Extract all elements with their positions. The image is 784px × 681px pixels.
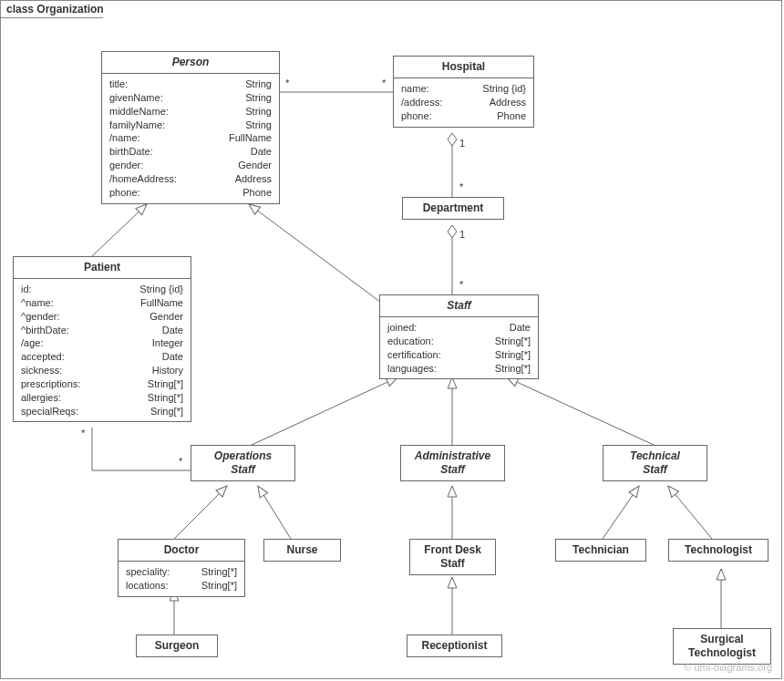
attribute-row: middleName:String	[109, 105, 272, 119]
class-front-desk-staff: Front Desk Staff	[409, 539, 496, 575]
attribute-row: birthDate:Date	[109, 145, 272, 159]
attribute-row: accepted:Date	[21, 350, 183, 364]
class-doctor-attrs: speciality:String[*]locations:String[*]	[119, 562, 244, 596]
mult-dept-staff-star: *	[459, 279, 463, 290]
attribute-row: ^gender:Gender	[21, 310, 183, 324]
mult-patient-ops-right: *	[179, 456, 182, 467]
svg-line-3	[92, 204, 147, 256]
class-person-name: Person	[102, 52, 279, 74]
class-surgeon-name: Surgeon	[137, 635, 217, 656]
class-patient: Patient id:String {id}^name:FullName^gen…	[13, 256, 191, 422]
svg-line-7	[507, 377, 654, 445]
mult-hospital-dept-one: 1	[459, 138, 465, 149]
class-receptionist-name: Receptionist	[407, 635, 501, 656]
attribute-row: sickness:History	[21, 364, 183, 377]
class-patient-attrs: id:String {id}^name:FullName^gender:Gend…	[14, 279, 191, 421]
class-staff-attrs: joined:Dateeducation:String[*]certificat…	[380, 317, 538, 378]
svg-line-12	[668, 486, 712, 539]
class-technician-name: Technician	[556, 540, 645, 561]
class-doctor-name: Doctor	[119, 540, 244, 562]
watermark: © uml-diagrams.org	[684, 662, 772, 673]
class-front-desk-staff-name: Front Desk Staff	[410, 540, 495, 574]
class-administrative-staff: Administrative Staff	[400, 445, 505, 481]
attribute-row: speciality:String[*]	[126, 565, 237, 579]
attribute-row: ^name:FullName	[21, 296, 183, 310]
class-surgeon: Surgeon	[136, 635, 218, 657]
class-doctor: Doctor speciality:String[*]locations:Str…	[118, 539, 245, 597]
mult-patient-ops-left: *	[81, 428, 85, 439]
attribute-row: name:String {id}	[401, 82, 526, 96]
attribute-row: education:String[*]	[387, 335, 531, 348]
attribute-row: familyName:String	[109, 119, 272, 132]
class-technical-staff-name: Technical Staff	[603, 446, 707, 480]
class-patient-name: Patient	[14, 257, 191, 279]
attribute-row: specialReqs:Sring[*]	[21, 405, 183, 418]
attribute-row: /address:Address	[401, 96, 526, 109]
class-technician: Technician	[555, 539, 646, 562]
attribute-row: locations:String[*]	[126, 579, 237, 593]
svg-line-9	[258, 486, 291, 539]
attribute-row: allergies:String[*]	[21, 391, 183, 405]
attribute-row: /age:Integer	[21, 336, 183, 350]
class-department: Department	[402, 197, 504, 220]
attribute-row: /name:FullName	[109, 131, 272, 145]
class-administrative-staff-name: Administrative Staff	[401, 446, 504, 480]
svg-line-4	[249, 204, 380, 302]
attribute-row: languages:String[*]	[387, 362, 531, 376]
class-person: Person title:StringgivenName:Stringmiddl…	[101, 51, 280, 204]
attribute-row: givenName:String	[109, 91, 272, 105]
class-technical-staff: Technical Staff	[603, 445, 707, 481]
class-operations-staff-name: Operations Staff	[191, 446, 294, 480]
class-hospital-name: Hospital	[394, 57, 533, 78]
mult-hospital-dept-star: *	[459, 181, 463, 192]
class-operations-staff: Operations Staff	[191, 445, 295, 481]
class-nurse: Nurse	[263, 539, 341, 562]
class-surgical-technologist: Surgical Technologist	[673, 628, 771, 665]
class-technologist: Technologist	[668, 539, 769, 562]
attribute-row: joined:Date	[387, 321, 531, 335]
package-frame: class Organization	[0, 0, 782, 679]
attribute-row: id:String {id}	[21, 283, 183, 296]
svg-line-11	[603, 486, 639, 539]
class-staff: Staff joined:Dateeducation:String[*]cert…	[379, 294, 539, 379]
class-hospital-attrs: name:String {id}/address:Addressphone:Ph…	[394, 78, 533, 127]
class-person-attrs: title:StringgivenName:StringmiddleName:S…	[102, 74, 279, 203]
class-surgical-technologist-name: Surgical Technologist	[674, 629, 770, 664]
attribute-row: ^birthDate:Date	[21, 324, 183, 337]
class-technologist-name: Technologist	[669, 540, 768, 561]
class-staff-name: Staff	[380, 295, 538, 317]
mult-person-hospital-left: *	[285, 77, 289, 88]
mult-person-hospital-right: *	[382, 77, 386, 88]
svg-line-8	[174, 486, 227, 539]
attribute-row: /homeAddress:Address	[109, 172, 272, 186]
class-receptionist: Receptionist	[407, 635, 502, 657]
svg-line-5	[252, 377, 397, 445]
attribute-row: certification:String[*]	[387, 348, 531, 362]
attribute-row: phone:Phone	[401, 109, 526, 123]
mult-dept-staff-one: 1	[459, 229, 465, 240]
class-hospital: Hospital name:String {id}/address:Addres…	[393, 56, 534, 128]
class-department-name: Department	[403, 198, 503, 219]
class-nurse-name: Nurse	[264, 540, 340, 561]
attribute-row: gender:Gender	[109, 159, 272, 172]
frame-title: class Organization	[0, 0, 114, 18]
attribute-row: title:String	[109, 77, 272, 91]
attribute-row: phone:Phone	[109, 186, 272, 200]
attribute-row: prescriptions:String[*]	[21, 377, 183, 391]
